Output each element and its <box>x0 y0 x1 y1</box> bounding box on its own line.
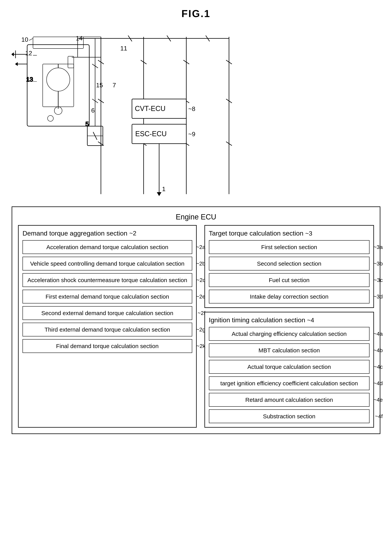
svg-line-23 <box>29 38 33 40</box>
item-ref: ~2e <box>196 294 206 300</box>
svg-marker-57 <box>157 192 161 196</box>
svg-point-9 <box>47 68 70 91</box>
list-item: Vehicle speed controlling demand torque … <box>23 257 192 270</box>
item-text: MBT calculation section <box>258 346 320 354</box>
item-text: Fuel cut section <box>269 276 310 284</box>
list-item: First selection section ~3a <box>209 240 370 254</box>
svg-text:5: 5 <box>85 120 89 127</box>
svg-text:ESC-ECU: ESC-ECU <box>135 130 167 138</box>
demand-torque-section: Demand torque aggregation section ~2 Acc… <box>18 225 197 428</box>
item-text: Acceleration demand torque calculation s… <box>46 243 168 251</box>
item-ref: ~3d <box>373 294 383 300</box>
svg-text:12: 12 <box>25 50 32 57</box>
svg-text:CVT-ECU: CVT-ECU <box>135 105 165 113</box>
target-torque-title-ref: ~3 <box>305 230 312 237</box>
item-ref: ~2k <box>196 343 206 349</box>
item-text: Actual torque calculation section <box>248 363 331 371</box>
svg-text:1: 1 <box>162 185 165 192</box>
list-item: Retard amount calculation section ~4e <box>209 393 370 407</box>
svg-text:~8: ~8 <box>188 105 195 112</box>
item-ref: ~3b <box>373 260 383 267</box>
target-torque-title: Target torque calculation section ~3 <box>209 230 370 237</box>
svg-rect-13 <box>68 56 74 68</box>
target-torque-section: Target torque calculation section ~3 Fir… <box>205 225 374 308</box>
list-item: Second selection section ~3b <box>209 257 370 270</box>
target-torque-title-text: Target torque calculation section <box>209 230 304 237</box>
svg-marker-5 <box>12 53 14 56</box>
item-ref: ~2g <box>196 327 206 333</box>
item-ref: ~2a <box>196 244 206 250</box>
item-text: Substraction section <box>263 413 316 420</box>
item-text: First external demand torque calculation… <box>46 293 169 300</box>
ignition-title-text: Ignition timing calculation section <box>209 316 305 324</box>
svg-text:13: 13 <box>26 76 33 83</box>
item-text: Acceleration shock countermeasure torque… <box>27 276 187 284</box>
item-ref: ~4e <box>373 397 383 403</box>
item-text: Vehicle speed controlling demand torque … <box>30 260 184 267</box>
list-item: target ignition efficiency coefficient c… <box>209 376 370 390</box>
list-item: MBT calculation section ~4b <box>209 343 370 357</box>
item-text: Second selection section <box>257 260 321 267</box>
item-ref: ~4f <box>375 413 383 419</box>
ignition-title-ref: ~4 <box>307 317 314 324</box>
item-ref: ~4b <box>373 347 383 354</box>
right-section: Target torque calculation section ~3 Fir… <box>205 225 374 428</box>
demand-torque-title: Demand torque aggregation section ~2 <box>23 230 192 237</box>
item-ref: ~3a <box>373 244 383 250</box>
svg-text:6: 6 <box>91 107 95 114</box>
list-item: Actual torque calculation section ~4c <box>209 360 370 374</box>
demand-torque-title-text: Demand torque aggregation section <box>23 230 127 237</box>
list-item: Fuel cut section ~3c <box>209 273 370 287</box>
list-item: First external demand torque calculation… <box>23 290 192 303</box>
ignition-timing-section: Ignition timing calculation section ~4 A… <box>205 312 374 428</box>
item-text: First selection section <box>261 243 317 251</box>
page-title: FIG.1 <box>181 8 210 19</box>
list-item: Final demand torque calculation section … <box>23 339 192 353</box>
item-text: Second external demand torque calculatio… <box>41 309 173 317</box>
engine-ecu-label: Engine ECU <box>18 213 374 221</box>
svg-text:10: 10 <box>21 36 28 43</box>
list-item: Actual charging efficiency calculation s… <box>209 327 370 341</box>
list-item: Second external demand torque calculatio… <box>23 306 192 320</box>
item-text: Third external demand torque calculation… <box>45 326 170 333</box>
item-text: Actual charging efficiency calculation s… <box>232 330 347 338</box>
item-text: Retard amount calculation section <box>245 396 333 404</box>
item-ref: ~3c <box>374 277 383 283</box>
item-text: target ignition efficiency coefficient c… <box>220 380 358 387</box>
item-ref: ~4d <box>373 380 383 386</box>
engine-diagram: 13 5 6 10 12 14 15 7 11 <box>12 25 380 201</box>
list-item: Third external demand torque calculation… <box>23 323 192 337</box>
engine-ecu-container: Engine ECU Demand torque aggregation sec… <box>12 207 380 434</box>
svg-rect-0 <box>27 45 89 126</box>
svg-point-12 <box>48 116 53 121</box>
item-text: Intake delay correction section <box>250 293 328 300</box>
item-ref: ~4c <box>374 364 383 370</box>
demand-torque-title-ref: ~2 <box>129 230 136 237</box>
svg-text:15: 15 <box>96 82 103 89</box>
item-ref: ~4a <box>373 331 383 337</box>
svg-text:11: 11 <box>120 45 127 52</box>
list-item: Acceleration demand torque calculation s… <box>23 240 192 254</box>
svg-text:7: 7 <box>113 82 116 89</box>
list-item: Intake delay correction section ~3d <box>209 290 370 303</box>
list-item: Acceleration shock countermeasure torque… <box>23 273 192 287</box>
item-text: Final demand torque calculation section <box>56 342 159 350</box>
ignition-timing-title: Ignition timing calculation section ~4 <box>209 316 370 324</box>
svg-marker-7 <box>15 63 17 65</box>
svg-text:~9: ~9 <box>188 130 195 138</box>
list-item: Substraction section ~4f <box>209 409 370 423</box>
item-ref: ~2b <box>196 260 206 267</box>
item-ref: ~2c <box>196 277 206 283</box>
